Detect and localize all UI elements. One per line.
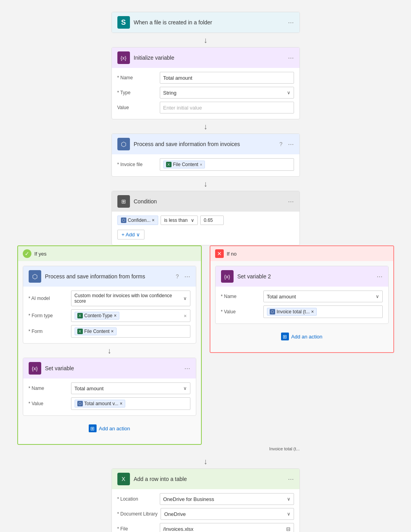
process-forms-help[interactable]: ? (176, 273, 179, 280)
set-var2-value-row: * Value ⬡ Invoice total (t... × (221, 305, 383, 318)
flow-canvas: S When a file is created in a folder ···… (0, 0, 411, 532)
set-var-icon: {x} (29, 362, 41, 375)
form-input[interactable]: X File Content × (71, 325, 190, 338)
add-action-yes-icon: ⊞ (89, 424, 97, 432)
file-content-tag-close[interactable]: × (200, 163, 202, 167)
file-input[interactable]: /Invoices.xlsx ⊟ (160, 523, 294, 532)
location-row: * Location OneDrive for Business ∨ (117, 493, 294, 505)
set-var2-title: Set variable 2 (237, 273, 373, 280)
arrow-yes-1: ↓ (108, 344, 111, 358)
condition-op[interactable]: is less than ∨ (161, 216, 198, 225)
set-var2-header: {x} Set variable 2 ··· (216, 266, 388, 287)
add-row-title: Add a row into a table (134, 476, 284, 482)
set-var2-name-arrow: ∨ (376, 294, 379, 299)
arrow-3: ↓ (204, 177, 208, 191)
init-var-menu[interactable]: ··· (288, 54, 294, 62)
form-type-label: * Form type (29, 313, 68, 318)
set-var-name-arrow: ∨ (183, 386, 187, 391)
condition-row: ⬡ Confiden... × is less than ∨ 0.65 (117, 216, 294, 225)
process-forms-menu[interactable]: ··· (184, 272, 190, 281)
add-row-menu[interactable]: ··· (288, 475, 294, 483)
add-action-yes[interactable]: ⊞ Add an action (89, 416, 130, 439)
tooltip-area: Invoice total (t... (17, 446, 394, 454)
process-forms-card: ⬡ Process and save information from form… (23, 266, 196, 344)
process-body: * Invoice file X File Content × (112, 154, 300, 176)
condition-menu[interactable]: ··· (288, 197, 294, 206)
process-forms-icon: ⬡ (29, 270, 41, 283)
form-row: * Form X File Content × (29, 325, 190, 338)
set-var-name-row: * Name Total amount ∨ (29, 382, 190, 394)
location-input[interactable]: OneDrive for Business ∨ (160, 493, 294, 505)
init-var-name-input[interactable]: Total amount (160, 72, 294, 84)
process-invoices-card: ⬡ Process and save information from invo… (111, 133, 300, 177)
set-var2-body: * Name Total amount ∨ * Value ⬡ (216, 287, 388, 324)
if-yes-branch: ✓ If yes ⬡ Process and save information … (17, 245, 202, 445)
form-type-clear[interactable]: × (184, 313, 187, 319)
file-content-tag[interactable]: X File Content × (163, 161, 205, 168)
process-menu[interactable]: ··· (288, 140, 294, 148)
condition-card: ⊞ Condition ··· ⬡ Confiden... × is less … (111, 191, 300, 245)
ai-model-row: * AI model Custom model for invoices wit… (29, 291, 190, 306)
condition-val[interactable]: 0.65 (200, 216, 224, 225)
add-action-yes-btn[interactable]: ⊞ Add an action (89, 421, 130, 435)
if-yes-icon: ✓ (23, 249, 31, 258)
set-var-name-input[interactable]: Total amount ∨ (71, 382, 190, 394)
form-file-content-tag[interactable]: X File Content × (75, 327, 117, 335)
arrow-2: ↓ (204, 119, 208, 133)
invoice-file-input[interactable]: X File Content × (160, 158, 294, 171)
arrow-1: ↓ (204, 33, 208, 47)
add-action-no-btn[interactable]: ⊞ Add an action (281, 329, 323, 344)
condition-tag[interactable]: ⬡ Confiden... × (117, 216, 158, 225)
form-file-icon: X (77, 329, 83, 334)
condition-header: ⊞ Condition ··· (112, 191, 300, 212)
init-var-type-row: * Type String ∨ (117, 87, 294, 99)
form-type-input[interactable]: X Content-Type × × (71, 309, 190, 322)
add-action-no-label: Add an action (291, 334, 323, 340)
type-dropdown-arrow: ∨ (287, 90, 290, 95)
condition-tag-icon: ⬡ (121, 218, 126, 223)
doc-library-row: * Document Library OneDrive ∨ (117, 508, 294, 520)
init-var-header: {x} Initialize variable ··· (112, 48, 300, 68)
doc-library-label: * Document Library (117, 511, 158, 517)
set-var-header: {x} Set variable ··· (23, 358, 196, 378)
file-label: * File (117, 526, 157, 532)
init-var-value-label: Value (117, 105, 157, 110)
ai-model-input[interactable]: Custom model for invoices with low confi… (71, 291, 190, 306)
ai-dropdown-arrow: ∨ (183, 296, 187, 301)
file-browse-icon[interactable]: ⊟ (286, 526, 290, 532)
content-type-tag[interactable]: X Content-Type × (75, 312, 119, 320)
add-row-icon: X (117, 473, 130, 485)
if-yes-header: ✓ If yes (18, 246, 201, 261)
add-action-no[interactable]: ⊞ Add an action (281, 324, 323, 347)
init-var-body: * Name Total amount * Type String ∨ Valu… (112, 68, 300, 119)
set-var2-value-input[interactable]: ⬡ Invoice total (t... × (263, 305, 383, 318)
set-var2-name-input[interactable]: Total amount ∨ (263, 291, 383, 302)
add-row-body: * Location OneDrive for Business ∨ * Doc… (112, 489, 300, 532)
location-label: * Location (117, 496, 157, 502)
trigger-menu[interactable]: ··· (288, 18, 294, 27)
set-variable-card: {x} Set variable ··· * Name Total amount… (23, 358, 196, 416)
set-var-value-input[interactable]: ⬡ Total amount v... × (71, 397, 190, 410)
set-var2-icon: {x} (221, 270, 234, 283)
add-condition-inner[interactable]: + Add ∨ (117, 230, 145, 239)
set-var-name-label: * Name (29, 386, 68, 391)
init-var-type-input[interactable]: String ∨ (160, 87, 294, 99)
set-var2-value-label: * Value (221, 309, 260, 314)
init-var-value-input[interactable]: Enter initial value (160, 102, 294, 113)
process-help[interactable]: ? (279, 141, 283, 147)
process-title: Process and save information from invoic… (134, 141, 276, 147)
set-var2-value-tag[interactable]: ⬡ Invoice total (t... × (267, 308, 317, 316)
doc-library-input[interactable]: OneDrive ∨ (161, 508, 294, 520)
set-var-menu[interactable]: ··· (184, 364, 190, 373)
set-var2-menu[interactable]: ··· (376, 272, 382, 281)
set-var-value-tag[interactable]: ⬡ Total amount v... × (75, 400, 126, 408)
init-var-value-row: Value Enter initial value (117, 102, 294, 113)
if-no-icon: ✕ (215, 249, 224, 258)
add-condition-btn[interactable]: + Add ∨ (117, 228, 294, 239)
form-label: * Form (29, 329, 68, 334)
process-forms-header: ⬡ Process and save information from form… (23, 266, 196, 287)
set-var-title: Set variable (45, 365, 181, 371)
arrow-4: ↓ (204, 454, 208, 468)
set-var-tag-icon: ⬡ (77, 401, 83, 406)
condition-title: Condition (134, 198, 284, 205)
